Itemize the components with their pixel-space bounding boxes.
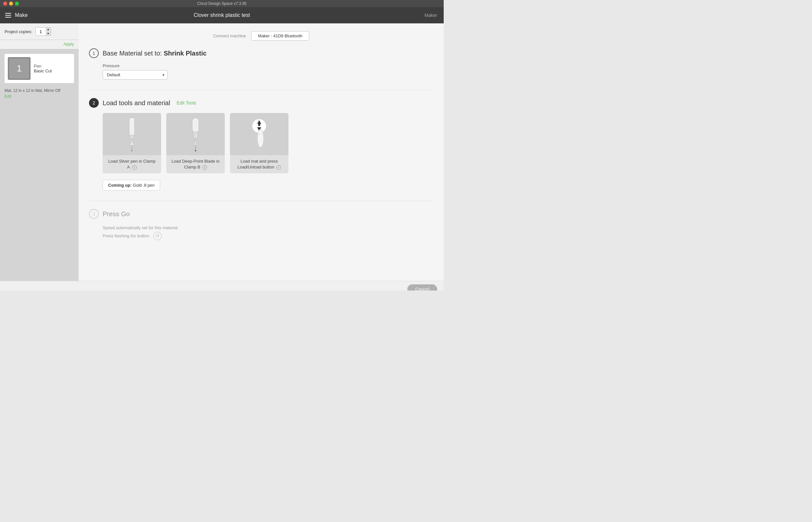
- tool-card-blade: Load Deep-Point Blade in Clamp B i: [166, 113, 225, 173]
- step1-section: 1 Base Material set to: Shrink Plastic P…: [89, 48, 433, 80]
- tool-card-mat: Load mat and press Load/Unload button i: [230, 113, 289, 173]
- coming-up-item: Gold .8 pen: [133, 183, 155, 188]
- connect-machine-label: Connect machine: [213, 34, 246, 38]
- coming-up-prefix: Coming up:: [108, 183, 132, 188]
- pressure-row: Pressure Default More Less: [103, 63, 433, 80]
- mat-thumbnail: 1: [8, 57, 31, 80]
- pen-illustration: [122, 116, 142, 152]
- divider1: [89, 90, 433, 90]
- tool-card-blade-info[interactable]: i: [202, 165, 207, 170]
- make-label: Make: [15, 12, 27, 18]
- coming-up-box: Coming up: Gold .8 pen: [103, 180, 160, 190]
- mat-press-illustration: [243, 116, 275, 152]
- tool-card-blade-img: [166, 113, 225, 155]
- close-button[interactable]: [3, 2, 7, 5]
- mat-meta: Mat, 12 in x 12 in Mat, Mirror Off Edit: [0, 88, 79, 102]
- connect-machine-button[interactable]: Maker : 41D9 Bluetooth: [251, 31, 309, 41]
- mat-info: Pen Basic Cut: [34, 64, 52, 73]
- step2-section: 2 Load tools and material Edit Tools: [89, 98, 433, 190]
- apply-button[interactable]: Apply: [63, 42, 74, 46]
- step2-circle: 2: [89, 98, 99, 108]
- step2-title: Load tools and material: [103, 99, 170, 107]
- pressure-label: Pressure: [103, 63, 433, 68]
- svg-point-9: [195, 150, 197, 152]
- step1-title-prefix: Base Material set to:: [103, 50, 164, 57]
- svg-point-18: [258, 130, 263, 147]
- tool-card-blade-label: Load Deep-Point Blade in Clamp B i: [166, 155, 225, 173]
- copies-input-wrap: ▲ ▼: [35, 27, 51, 36]
- tool-card-pen: Load Silver pen in Clamp A i: [103, 113, 161, 173]
- sidebar-apply-bar: Apply: [0, 40, 79, 49]
- divider2: [89, 201, 433, 201]
- step1-title: Base Material set to: Shrink Plastic: [103, 50, 206, 57]
- connect-bar: Connect machine Maker : 41D9 Bluetooth: [89, 31, 433, 41]
- sidebar-top: Project copies: ▲ ▼: [0, 23, 79, 40]
- pressure-select[interactable]: Default More Less: [103, 70, 167, 80]
- svg-rect-0: [129, 118, 135, 136]
- svg-rect-1: [130, 135, 134, 139]
- step1-circle: 1: [89, 48, 99, 58]
- step3-header: 3 Press Go: [89, 209, 433, 219]
- maker-label: Maker: [424, 13, 437, 18]
- edit-tools-link[interactable]: Edit Tools: [177, 100, 196, 105]
- minimize-button[interactable]: [9, 2, 13, 5]
- mat-cut-label: Basic Cut: [34, 68, 52, 73]
- edit-link[interactable]: Edit: [4, 94, 12, 99]
- svg-point-4: [131, 150, 133, 151]
- go-spinner: ↺: [153, 232, 162, 240]
- svg-rect-15: [258, 122, 260, 126]
- copies-up-arrow[interactable]: ▲: [45, 27, 51, 32]
- step3-title: Press Go: [103, 210, 130, 218]
- project-copies-label: Project copies:: [4, 29, 32, 34]
- mat-meta-text: Mat, 12 in x 12 in Mat, Mirror Off: [4, 88, 74, 94]
- step1-header: 1 Base Material set to: Shrink Plastic: [89, 48, 433, 58]
- cancel-button[interactable]: Cancel: [407, 284, 437, 291]
- tool-cards: Load Silver pen in Clamp A i: [103, 113, 433, 173]
- mat-card: 1 Pen Basic Cut: [4, 54, 74, 83]
- maximize-button[interactable]: [15, 2, 19, 5]
- hamburger-menu-button[interactable]: [5, 13, 11, 18]
- tool-card-pen-img: [103, 113, 161, 155]
- main-layout: Project copies: ▲ ▼ Apply 1 Pen Basic Cu…: [0, 23, 444, 281]
- copies-input[interactable]: [36, 27, 45, 35]
- step2-number: 2: [93, 100, 95, 105]
- title-bar: Cricut Design Space v7.3.95: [0, 0, 444, 7]
- step1-material: Shrink Plastic: [164, 50, 206, 57]
- step3-number: 3: [93, 211, 95, 217]
- main-content: Connect machine Maker : 41D9 Bluetooth 1…: [79, 23, 444, 281]
- copies-down-arrow[interactable]: ▼: [45, 32, 51, 36]
- blade-illustration: [186, 116, 205, 152]
- copies-arrows: ▲ ▼: [45, 27, 51, 36]
- step3-press-note: Press flashing Go button. ↺: [103, 232, 433, 240]
- sidebar: Project copies: ▲ ▼ Apply 1 Pen Basic Cu…: [0, 23, 79, 281]
- pressure-select-wrap: Default More Less: [103, 70, 167, 80]
- bottom-bar: Cancel: [0, 281, 444, 290]
- step2-header: 2 Load tools and material Edit Tools: [89, 98, 433, 108]
- tool-card-mat-info[interactable]: i: [276, 165, 281, 170]
- step3-content: Speed automatically set for this materia…: [103, 224, 433, 240]
- svg-marker-2: [130, 139, 134, 145]
- mat-number: 1: [17, 63, 22, 74]
- step3-circle: 3: [89, 209, 99, 219]
- header: Make Clover shrink plastic test Maker: [0, 7, 444, 23]
- tool-card-mat-label: Load mat and press Load/Unload button i: [230, 155, 289, 173]
- step3-speed-note: Speed automatically set for this materia…: [103, 224, 433, 232]
- mat-thumb-inner: 1: [9, 58, 29, 79]
- tool-card-pen-label: Load Silver pen in Clamp A i: [103, 155, 161, 173]
- tool-card-mat-img: [230, 113, 289, 155]
- svg-rect-5: [192, 118, 199, 133]
- svg-rect-6: [193, 132, 198, 138]
- svg-marker-7: [194, 138, 197, 145]
- step3-section: 3 Press Go Speed automatically set for t…: [89, 209, 433, 240]
- mat-pen-label: Pen: [34, 64, 52, 68]
- traffic-lights: [3, 2, 19, 5]
- tool-card-pen-info[interactable]: i: [132, 165, 137, 170]
- step1-number: 1: [93, 51, 95, 56]
- project-title: Clover shrink plastic test: [194, 12, 250, 18]
- app-title: Cricut Design Space v7.3.95: [197, 1, 246, 6]
